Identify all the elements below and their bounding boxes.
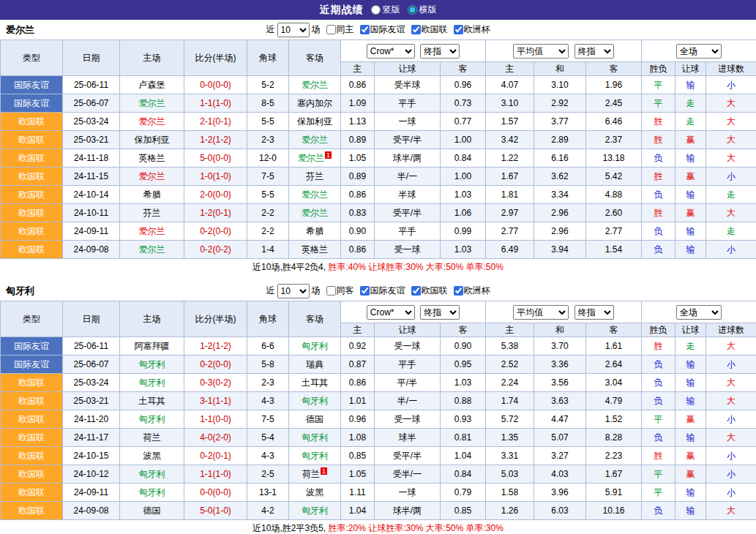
- team-link[interactable]: 爱尔兰: [139, 98, 165, 108]
- team-link[interactable]: 爱尔兰: [139, 116, 165, 127]
- home-team[interactable]: 土耳其: [120, 392, 184, 410]
- home-team[interactable]: 德国: [120, 502, 184, 520]
- away-team[interactable]: 波黑: [289, 484, 341, 502]
- filter-friendly[interactable]: 国际友谊: [356, 285, 405, 297]
- average-select[interactable]: 平均值: [513, 305, 569, 320]
- nations-league-checkbox[interactable]: [411, 25, 421, 34]
- same-home-checkbox[interactable]: [326, 25, 336, 34]
- away-team[interactable]: 德国: [289, 410, 341, 429]
- team-link[interactable]: 波黑: [306, 487, 323, 497]
- home-team[interactable]: 爱尔兰: [120, 94, 184, 113]
- layout-option-horizontal[interactable]: 横版: [408, 4, 437, 16]
- match-count-select[interactable]: 10: [277, 23, 310, 37]
- bookmaker-select[interactable]: Crow*: [367, 44, 415, 59]
- team-link[interactable]: 希腊: [306, 226, 323, 236]
- home-team[interactable]: 爱尔兰: [120, 241, 184, 259]
- team-link[interactable]: 爱尔兰: [302, 80, 328, 90]
- friendly-checkbox[interactable]: [360, 25, 370, 34]
- team-link[interactable]: 匈牙利: [302, 341, 328, 351]
- team-link[interactable]: 土耳其: [139, 396, 165, 406]
- average-select[interactable]: 平均值: [513, 44, 569, 59]
- bookmaker-select[interactable]: Crow*: [367, 305, 415, 320]
- odds-time-select[interactable]: 终指: [420, 44, 460, 59]
- filter-same-home[interactable]: 同主: [323, 23, 354, 36]
- full-match-select[interactable]: 全场: [676, 305, 722, 320]
- away-team[interactable]: 爱尔兰1: [289, 149, 341, 168]
- team-link[interactable]: 瑞典: [306, 359, 323, 369]
- away-team[interactable]: 爱尔兰: [289, 204, 341, 222]
- team-link[interactable]: 英格兰: [302, 244, 328, 255]
- away-team[interactable]: 希腊: [289, 222, 341, 241]
- team-link[interactable]: 芬兰: [143, 208, 161, 218]
- home-team[interactable]: 匈牙利: [120, 465, 184, 484]
- team-link[interactable]: 保加利亚: [135, 135, 170, 145]
- team-link[interactable]: 德国: [143, 505, 161, 516]
- team-link[interactable]: 匈牙利: [139, 469, 165, 479]
- team-link[interactable]: 爱尔兰: [302, 189, 328, 200]
- team-link[interactable]: 阿塞拜疆: [135, 341, 170, 351]
- team-link[interactable]: 英格兰: [139, 153, 165, 163]
- filter-euro[interactable]: 欧洲杯: [450, 285, 490, 297]
- team-link[interactable]: 匈牙利: [139, 487, 165, 497]
- away-team[interactable]: 英格兰: [289, 241, 341, 259]
- team-link[interactable]: 匈牙利: [139, 377, 165, 388]
- away-team[interactable]: 塞内加尔: [289, 94, 341, 113]
- odds-time-select-2[interactable]: 终指: [575, 305, 614, 320]
- team-link[interactable]: 波黑: [143, 451, 161, 461]
- team-link[interactable]: 匈牙利: [302, 451, 328, 461]
- away-team[interactable]: 匈牙利: [289, 429, 341, 447]
- team-link[interactable]: 爱尔兰: [302, 135, 328, 145]
- home-team[interactable]: 保加利亚: [120, 131, 184, 149]
- team-link[interactable]: 匈牙利: [139, 359, 165, 369]
- away-team[interactable]: 瑞典: [289, 356, 341, 374]
- away-team[interactable]: 爱尔兰: [289, 76, 341, 94]
- horizontal-layout-radio[interactable]: [408, 5, 417, 15]
- team-link[interactable]: 保加利亚: [297, 116, 332, 127]
- home-team[interactable]: 芬兰: [120, 204, 184, 222]
- away-team[interactable]: 爱尔兰: [289, 131, 341, 149]
- filter-nations-league[interactable]: 欧国联: [408, 23, 448, 36]
- layout-option-vertical[interactable]: 竖版: [371, 4, 400, 16]
- home-team[interactable]: 阿塞拜疆: [120, 337, 184, 356]
- odds-time-select[interactable]: 终指: [420, 305, 460, 320]
- home-team[interactable]: 匈牙利: [120, 484, 184, 502]
- team-link[interactable]: 爱尔兰: [139, 244, 165, 255]
- away-team[interactable]: 土耳其: [289, 374, 341, 392]
- home-team[interactable]: 卢森堡: [120, 76, 184, 94]
- away-team[interactable]: 爱尔兰: [289, 186, 341, 204]
- home-team[interactable]: 爱尔兰: [120, 168, 184, 186]
- home-team[interactable]: 匈牙利: [120, 410, 184, 429]
- team-link[interactable]: 匈牙利: [302, 432, 328, 443]
- team-link[interactable]: 匈牙利: [302, 396, 328, 406]
- team-link[interactable]: 希腊: [143, 189, 161, 200]
- home-team[interactable]: 爱尔兰: [120, 222, 184, 241]
- away-team[interactable]: 荷兰1: [289, 465, 341, 484]
- filter-nations-league[interactable]: 欧国联: [408, 285, 448, 297]
- odds-time-select-2[interactable]: 终指: [575, 44, 614, 59]
- team-link[interactable]: 爱尔兰: [302, 208, 328, 218]
- team-link[interactable]: 土耳其: [302, 377, 328, 388]
- team-link[interactable]: 爱尔兰: [139, 171, 165, 181]
- team-link[interactable]: 匈牙利: [139, 414, 165, 424]
- team-link[interactable]: 荷兰: [143, 432, 161, 443]
- away-team[interactable]: 匈牙利: [289, 447, 341, 465]
- filter-friendly[interactable]: 国际友谊: [356, 23, 405, 36]
- away-team[interactable]: 芬兰: [289, 168, 341, 186]
- filter-euro[interactable]: 欧洲杯: [450, 23, 490, 36]
- away-team[interactable]: 匈牙利: [289, 337, 341, 356]
- vertical-layout-radio[interactable]: [371, 5, 381, 15]
- home-team[interactable]: 波黑: [120, 447, 184, 465]
- home-team[interactable]: 匈牙利: [120, 374, 184, 392]
- nations-league-checkbox[interactable]: [411, 286, 421, 296]
- away-team[interactable]: 匈牙利: [289, 392, 341, 410]
- euro-checkbox[interactable]: [454, 25, 463, 34]
- home-team[interactable]: 英格兰: [120, 149, 184, 168]
- full-match-select[interactable]: 全场: [676, 44, 722, 59]
- team-link[interactable]: 爱尔兰: [298, 153, 324, 163]
- away-team[interactable]: 保加利亚: [289, 113, 341, 131]
- filter-same-away[interactable]: 同客: [323, 285, 354, 297]
- home-team[interactable]: 爱尔兰: [120, 113, 184, 131]
- match-count-select[interactable]: 10: [277, 284, 310, 298]
- euro-checkbox[interactable]: [454, 286, 463, 296]
- team-link[interactable]: 卢森堡: [139, 80, 165, 90]
